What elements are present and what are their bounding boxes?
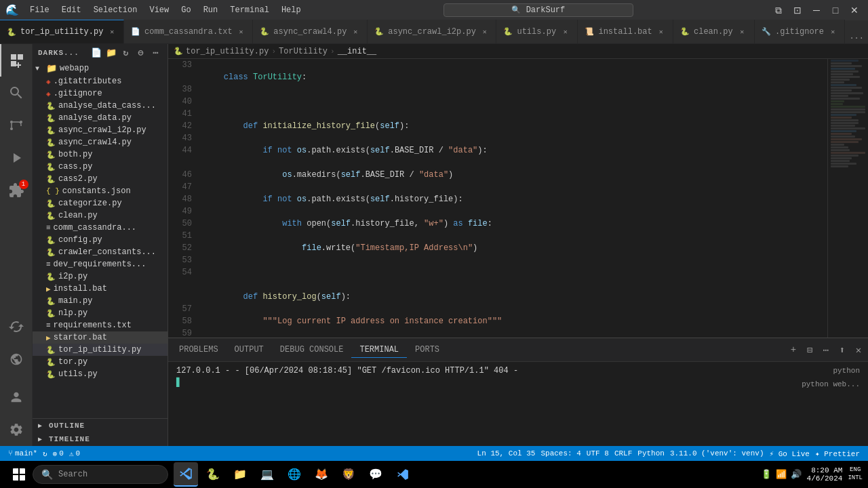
tab-close-btn[interactable]: ✕ <box>560 26 570 37</box>
activity-run[interactable] <box>0 142 33 174</box>
menu-file[interactable]: File <box>24 4 55 16</box>
status-spaces[interactable]: Spaces: 4 <box>538 446 583 461</box>
taskbar-app-vscode[interactable] <box>174 462 198 487</box>
file-gitignore[interactable]: ◈ .gitignore <box>33 87 167 100</box>
file-async-crawl4[interactable]: 🐍 async_crawl4.py <box>33 136 167 148</box>
start-button[interactable] <box>5 462 33 487</box>
wifi-icon[interactable]: 📶 <box>776 469 787 480</box>
tab-gitignore[interactable]: 🔧 .gitignore ✕ <box>755 20 845 43</box>
close-panel-btn[interactable]: ✕ <box>852 343 865 357</box>
tab-close-btn[interactable]: ✕ <box>656 26 666 37</box>
file-tor-ip-utility[interactable]: 🐍 tor_ip_utility.py <box>33 344 167 356</box>
tab-close-btn[interactable]: ✕ <box>237 26 246 37</box>
file-install-bat[interactable]: ▶ install.bat <box>33 283 167 295</box>
tab-async-crawl4[interactable]: 🐍 async_crawl4.py ✕ <box>253 20 368 43</box>
taskbar-clock[interactable]: 8:20 AM 4/6/2024 <box>807 466 843 483</box>
panel-tab-debug-console[interactable]: DEBUG CONSOLE <box>272 342 352 357</box>
file-startor-bat[interactable]: ▶ startor.bat <box>33 331 167 344</box>
menu-edit[interactable]: Edit <box>56 4 87 16</box>
activity-settings[interactable] <box>0 413 33 446</box>
status-language[interactable]: Python <box>635 446 667 461</box>
split-btn[interactable]: ⊡ <box>789 3 806 17</box>
file-requirements[interactable]: ≡ requirements.txt <box>33 319 167 331</box>
tab-tor-ip-utility[interactable]: 🐍 tor_ip_utility.py ✕ <box>0 20 124 43</box>
menu-selection[interactable]: Selection <box>88 4 143 16</box>
status-line-col[interactable]: Ln 15, Col 35 <box>475 446 538 461</box>
tab-comm-cassandra[interactable]: 📄 comm_cassandra.txt ✕ <box>124 20 253 43</box>
panel-tab-terminal[interactable]: TERMINAL <box>351 342 407 358</box>
more-tabs-btn[interactable]: ··· <box>845 34 868 43</box>
tab-close-btn[interactable]: ✕ <box>737 26 747 37</box>
file-utils[interactable]: 🐍 utils.py <box>33 368 167 380</box>
more-btn[interactable]: ⋯ <box>819 343 833 357</box>
taskbar-app-terminal[interactable]: 💻 <box>255 462 279 487</box>
refresh-btn[interactable]: ↻ <box>120 47 132 59</box>
outline-section[interactable]: ▶ OUTLINE <box>33 419 167 432</box>
tab-close-btn[interactable]: ✕ <box>480 26 490 37</box>
volume-icon[interactable]: 🔊 <box>791 469 802 480</box>
activity-search[interactable] <box>0 77 33 109</box>
layout-btn[interactable]: ⧉ <box>770 3 787 17</box>
file-cass[interactable]: 🐍 cass.py <box>33 161 167 173</box>
file-comm-cassandra[interactable]: ≡ comm_cassandra... <box>33 222 167 234</box>
breadcrumb-file[interactable]: tor_ip_utility.py <box>186 47 269 56</box>
panel-tab-ports[interactable]: PORTS <box>407 342 448 357</box>
file-cass2[interactable]: 🐍 cass2.py <box>33 173 167 185</box>
split-terminal-btn[interactable]: ⊟ <box>803 343 816 357</box>
collapse-all-btn[interactable]: ⊖ <box>135 47 147 59</box>
breadcrumb-class[interactable]: TorUtility <box>279 47 328 56</box>
file-async-crawl-i2p[interactable]: 🐍 async_crawl_i2p.py <box>33 124 167 136</box>
panel-tab-problems[interactable]: PROBLEMS <box>171 342 226 357</box>
taskbar-app-chrome[interactable]: 🌐 <box>282 462 307 487</box>
status-branch[interactable]: ⑂ main* <box>5 446 40 461</box>
activity-explorer[interactable] <box>0 44 33 77</box>
file-nlp[interactable]: 🐍 nlp.py <box>33 307 167 319</box>
title-search-bar[interactable]: 🔍 DarkSurf <box>443 3 633 17</box>
code-editor[interactable]: 33 38 40 41 42 43 44 46 47 48 49 50 51 5… <box>168 59 827 338</box>
status-prettier[interactable]: ✦ Prettier <box>812 446 863 461</box>
status-go-live[interactable]: ⚡ Go Live <box>767 446 812 461</box>
tab-close-btn[interactable]: ✕ <box>107 26 117 37</box>
taskbar-app-folder[interactable]: 📁 <box>228 462 252 487</box>
status-line-ending[interactable]: CRLF <box>612 446 635 461</box>
file-i2p[interactable]: 🐍 i2p.py <box>33 270 167 283</box>
file-dev-requirements[interactable]: ≡ dev_requirements... <box>33 258 167 270</box>
minimize-btn[interactable]: ─ <box>808 3 825 17</box>
file-main[interactable]: 🐍 main.py <box>33 295 167 307</box>
activity-debug[interactable] <box>0 310 33 343</box>
code-content[interactable]: class TorUtility: def initialize_history… <box>199 59 827 338</box>
tab-close-btn[interactable]: ✕ <box>351 26 360 37</box>
status-encoding[interactable]: UTF 8 <box>584 446 612 461</box>
file-analyse-data-cass[interactable]: 🐍 analyse_data_cass... <box>33 100 167 112</box>
maximize-btn[interactable]: □ <box>827 3 844 17</box>
file-gitattributes[interactable]: ◈ .gitattributes <box>33 75 167 87</box>
taskbar-search[interactable]: 🔍 Search <box>33 465 168 484</box>
panel-tab-output[interactable]: OUTPUT <box>226 342 272 357</box>
tab-install[interactable]: 📜 install.bat ✕ <box>578 20 673 43</box>
tab-async-crawl-i2p[interactable]: 🐍 async_crawl_i2p.py ✕ <box>368 20 496 43</box>
menu-run[interactable]: Run <box>198 4 224 16</box>
activity-extensions[interactable] <box>0 174 33 207</box>
tab-clean[interactable]: 🐍 clean.py ✕ <box>673 20 755 43</box>
file-config[interactable]: 🐍 config.py <box>33 234 167 246</box>
folder-section[interactable]: ▼ 📁 webapp <box>33 62 167 75</box>
maximize-panel-btn[interactable]: ⬆ <box>835 343 849 357</box>
file-categorize[interactable]: 🐍 categorize.py <box>33 197 167 209</box>
file-crawler-constants[interactable]: 🐍 crawler_constants... <box>33 246 167 258</box>
file-clean[interactable]: 🐍 clean.py <box>33 209 167 222</box>
taskbar-app-firefox[interactable]: 🦊 <box>309 462 334 487</box>
keyboard-layout[interactable]: ENG INTL <box>848 466 863 482</box>
activity-remote[interactable] <box>0 343 33 375</box>
activity-source-control[interactable] <box>0 109 33 142</box>
status-python-version[interactable]: 3.11.0 ('venv': venv) <box>667 446 767 461</box>
file-constants-json[interactable]: { } constants.json <box>33 185 167 197</box>
new-file-btn[interactable]: 📄 <box>90 47 102 59</box>
menu-go[interactable]: Go <box>176 4 196 16</box>
file-both[interactable]: 🐍 both.py <box>33 148 167 161</box>
status-warnings[interactable]: ⚠ 0 <box>66 446 83 461</box>
new-terminal-btn[interactable]: + <box>787 343 800 357</box>
status-errors[interactable]: ⊗ 0 <box>50 446 66 461</box>
tab-utils[interactable]: 🐍 utils.py ✕ <box>496 20 578 43</box>
tab-close-btn[interactable]: ✕ <box>828 26 837 37</box>
taskbar-app-vsc-dev[interactable] <box>391 462 415 487</box>
